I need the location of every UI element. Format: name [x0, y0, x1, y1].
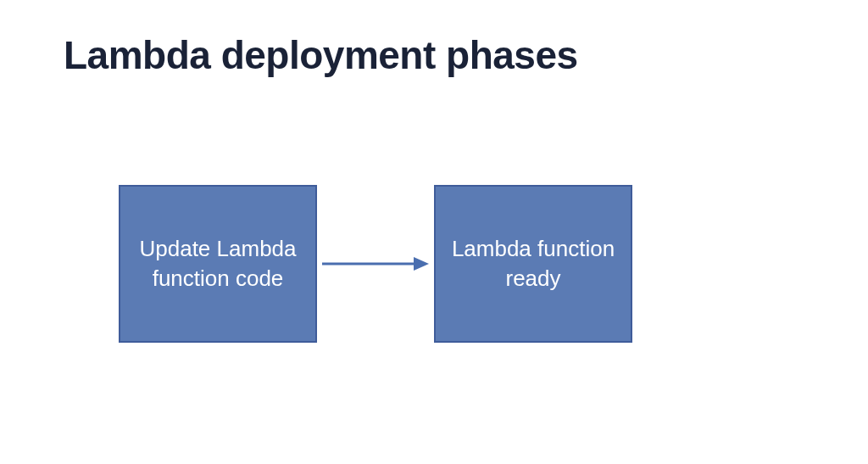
phase-box-update-code: Update Lambda function code — [119, 185, 317, 343]
phase-box-function-ready-label: Lambda function ready — [449, 234, 617, 293]
deployment-diagram: Update Lambda function code Lambda funct… — [119, 185, 632, 343]
svg-marker-1 — [414, 257, 429, 271]
phase-box-function-ready: Lambda function ready — [434, 185, 632, 343]
slide-title: Lambda deployment phases — [64, 32, 578, 78]
phase-box-update-code-label: Update Lambda function code — [134, 234, 302, 293]
arrow-right-icon — [317, 247, 434, 281]
